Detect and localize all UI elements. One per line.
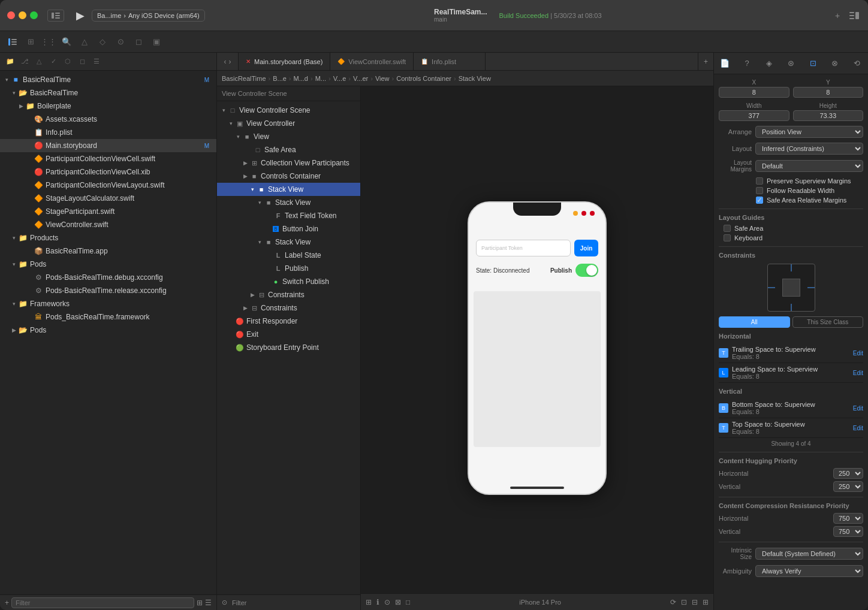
outline-item-switch[interactable]: ● Switch Publish bbox=[217, 275, 360, 288]
readable-checkbox[interactable] bbox=[756, 187, 763, 194]
disclosure-icon[interactable]: ▾ bbox=[234, 134, 242, 140]
bc-stackview[interactable]: Stack View bbox=[459, 75, 491, 82]
outline-item-vc-scene[interactable]: ▾ □ View Controller Scene bbox=[217, 104, 360, 117]
navigator-icon[interactable] bbox=[5, 34, 20, 50]
disclosure-icon[interactable]: ▶ bbox=[17, 103, 25, 109]
bc-m[interactable]: M...d bbox=[294, 75, 308, 82]
nav-breakpoint-icon[interactable]: ◻ bbox=[76, 55, 89, 68]
join-button[interactable]: Join bbox=[574, 240, 598, 256]
tree-item-products[interactable]: ▾ 📁 Products bbox=[0, 231, 216, 244]
tree-item-participantcell[interactable]: 🔶 ParticipantCollectionViewCell.swift bbox=[0, 152, 216, 165]
inspector-file-icon[interactable]: 📄 bbox=[717, 56, 733, 71]
inspector-attr-icon[interactable]: ⊛ bbox=[783, 56, 798, 71]
outline-item-controls[interactable]: ▶ ■ Controls Container bbox=[217, 170, 360, 183]
tree-item-participantlayout[interactable]: 🔶 ParticipantCollectionViewLayout.swift bbox=[0, 179, 216, 192]
y-input[interactable] bbox=[793, 87, 864, 98]
tree-item-basicrealtime-root[interactable]: ▾ ■ BasicRealTime M bbox=[0, 73, 216, 86]
tree-item-framework[interactable]: 🏛 Pods_BasicRealTime.framework bbox=[0, 310, 216, 324]
nav-folder-icon[interactable]: 📁 bbox=[4, 55, 17, 68]
tab-all[interactable]: All bbox=[719, 316, 790, 328]
disclosure-icon[interactable]: ▾ bbox=[10, 261, 18, 267]
nav-source-icon[interactable]: ⎇ bbox=[18, 55, 31, 68]
outline-item-button[interactable]: 🅱 Button Join bbox=[217, 222, 360, 235]
edit-top-button[interactable]: Edit bbox=[853, 425, 863, 431]
diff-icon[interactable]: ◇ bbox=[95, 34, 110, 50]
outline-item-view[interactable]: ▾ ■ View bbox=[217, 130, 360, 143]
tab-mainstoryboard[interactable]: ✕ Main.storyboard (Base) bbox=[239, 53, 330, 70]
disclosure-icon[interactable]: ▶ bbox=[241, 160, 249, 166]
layout-select[interactable]: Inferred (Constraints) bbox=[755, 143, 863, 155]
safe-area-guide-checkbox[interactable] bbox=[724, 225, 731, 232]
history-icon[interactable]: ⊙ bbox=[113, 34, 128, 50]
bc-ver[interactable]: V...er bbox=[353, 75, 368, 82]
disclosure-icon[interactable]: ▶ bbox=[10, 327, 18, 333]
tree-item-mainstoryboard[interactable]: 🔴 Main.storyboard M bbox=[0, 139, 216, 152]
tree-item-pods-release[interactable]: ⚙ Pods-BasicRealTime.release.xcconfig bbox=[0, 284, 216, 297]
edit-bottom-button[interactable]: Edit bbox=[853, 405, 863, 412]
fullscreen-button[interactable] bbox=[30, 11, 38, 19]
tab-viewcontroller[interactable]: 🔶 ViewController.swift bbox=[330, 53, 414, 70]
tree-item-stageparticipant[interactable]: 🔶 StageParticipant.swift bbox=[0, 205, 216, 218]
bc-view[interactable]: View bbox=[375, 75, 390, 82]
tree-item-assets[interactable]: 🎨 Assets.xcassets bbox=[0, 113, 216, 126]
disclosure-icon[interactable]: ▶ bbox=[248, 292, 257, 298]
arrange-select[interactable]: Position View bbox=[755, 126, 863, 138]
disclosure-icon[interactable]: ▾ bbox=[255, 200, 264, 206]
disclosure-icon[interactable]: ▾ bbox=[248, 186, 257, 192]
disclosure-icon[interactable]: ▾ bbox=[227, 120, 235, 126]
tree-item-basicrealtime-group[interactable]: ▾ 📂 BasicRealTime bbox=[0, 86, 216, 99]
compression-horizontal-select[interactable]: 750 bbox=[833, 513, 863, 524]
disclosure-icon[interactable]: ▾ bbox=[10, 90, 18, 96]
outline-item-label-state[interactable]: L Label State bbox=[217, 249, 360, 262]
outline-item-textfield[interactable]: F Text Field Token bbox=[217, 209, 360, 222]
tree-item-viewcontroller[interactable]: 🔶 ViewController.swift bbox=[0, 218, 216, 231]
add-tab-button[interactable]: + bbox=[704, 58, 708, 66]
nav-report-icon[interactable]: ☰ bbox=[90, 55, 103, 68]
disclosure-icon[interactable]: ▶ bbox=[241, 173, 249, 179]
publish-toggle[interactable] bbox=[575, 264, 598, 277]
close-button[interactable] bbox=[7, 11, 15, 19]
filter-input[interactable] bbox=[11, 597, 194, 608]
warning-icon[interactable]: △ bbox=[77, 34, 92, 50]
disclosure-icon[interactable]: ▾ bbox=[10, 235, 18, 241]
bc-controls[interactable]: Controls Container bbox=[396, 75, 451, 82]
scheme-selector[interactable]: Ba...ime › Any iOS Device (arm64) bbox=[92, 10, 205, 22]
right-panel-toggle[interactable] bbox=[848, 9, 861, 22]
keyboard-guide-checkbox[interactable] bbox=[724, 234, 731, 241]
tree-item-pods-root[interactable]: ▶ 📂 Pods bbox=[0, 324, 216, 337]
bc-ve[interactable]: V...e bbox=[333, 75, 346, 82]
canvas-icon-4[interactable]: ⊠ bbox=[395, 598, 401, 606]
tree-item-participantcellxib[interactable]: 🔴 ParticipantCollectionViewCell.xib bbox=[0, 165, 216, 179]
tree-item-pods[interactable]: ▾ 📁 Pods bbox=[0, 258, 216, 271]
canvas-icon-8[interactable]: ⊟ bbox=[692, 598, 698, 606]
minimize-button[interactable] bbox=[19, 11, 26, 19]
x-input[interactable] bbox=[719, 87, 789, 98]
canvas-icon-1[interactable]: ⊞ bbox=[366, 598, 372, 606]
outline-item-stackview-inner1[interactable]: ▾ ■ Stack View bbox=[217, 196, 360, 209]
compression-vertical-select[interactable]: 750 bbox=[833, 526, 863, 537]
canvas-icon-2[interactable]: ℹ bbox=[376, 598, 379, 606]
search-icon[interactable]: 🔍 bbox=[59, 34, 74, 50]
hugging-horizontal-select[interactable]: 250 bbox=[833, 468, 863, 479]
tree-item-frameworks[interactable]: ▾ 📁 Frameworks bbox=[0, 297, 216, 310]
outline-item-collectionview[interactable]: ▶ ⊞ Collection View Participants bbox=[217, 156, 360, 170]
nav-test-icon[interactable]: ✓ bbox=[47, 55, 60, 68]
canvas-icon-5[interactable]: □ bbox=[406, 598, 410, 606]
inspector-quick-help-icon[interactable]: ? bbox=[739, 56, 755, 71]
filter-icon[interactable]: ⊞ bbox=[23, 34, 38, 50]
height-input[interactable] bbox=[793, 110, 864, 121]
inspector-identity-icon[interactable]: ◈ bbox=[761, 56, 777, 71]
inspector-connect-icon[interactable]: ⊗ bbox=[827, 56, 843, 71]
outline-item-stackview-inner2[interactable]: ▾ ■ Stack View bbox=[217, 235, 360, 249]
tab-infoplist[interactable]: 📋 Info.plist bbox=[414, 53, 486, 70]
layout-margins-select[interactable]: Default bbox=[755, 160, 863, 172]
bc-m2[interactable]: M... bbox=[315, 75, 326, 82]
disclosure-icon[interactable]: ▾ bbox=[255, 239, 264, 245]
sidebar-toggle-button[interactable] bbox=[47, 10, 64, 22]
run-button[interactable]: ▶ bbox=[74, 7, 87, 25]
outline-item-exit[interactable]: 🔴 Exit bbox=[217, 328, 360, 341]
preserve-checkbox[interactable] bbox=[756, 177, 763, 185]
canvas-icon-3[interactable]: ⊙ bbox=[384, 598, 390, 606]
outline-item-stackview-outer[interactable]: ▾ ■ Stack View bbox=[217, 183, 360, 196]
outline-item-constraints-inner[interactable]: ▶ ⊟ Constraints bbox=[217, 288, 360, 301]
